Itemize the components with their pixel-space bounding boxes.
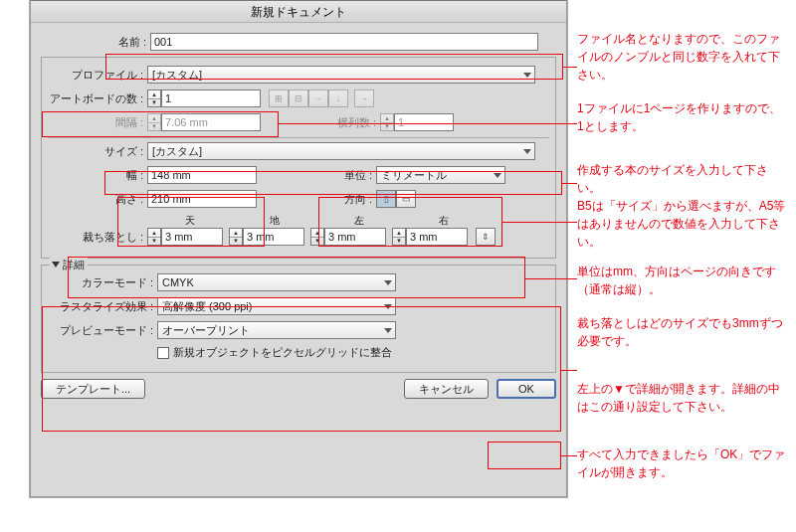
cancel-button[interactable]: キャンセル	[404, 379, 489, 399]
preview-label: プレビューモード :	[48, 323, 157, 338]
cols-stepper: ▲▼	[380, 113, 394, 131]
dialog-title: 新規ドキュメント	[31, 1, 566, 23]
cols-input: 1	[394, 113, 454, 131]
gap-label: 間隔 :	[48, 115, 147, 130]
bleed-bottom-stepper[interactable]: ▲▼	[229, 228, 243, 246]
layout-row-rtl-icon: →	[308, 89, 328, 107]
colormode-select[interactable]: CMYK	[157, 273, 396, 291]
bleed-top-input[interactable]: 3 mm	[161, 228, 223, 246]
units-label: 単位 :	[257, 168, 376, 183]
height-label: 高さ :	[48, 192, 147, 207]
layout-grid-z-icon: ⊞	[269, 89, 289, 107]
height-input[interactable]: 210 mm	[147, 190, 257, 208]
bleed-label: 裁ち落とし :	[48, 230, 147, 245]
bleed-left-stepper[interactable]: ▲▼	[310, 228, 324, 246]
annotation-6: 左上の▼で詳細が開きます。詳細の中はこの通り設定して下さい。	[577, 380, 786, 416]
new-document-dialog: 新規ドキュメント 名前 : 001 プロファイル : [カスタム] アートボード…	[30, 0, 567, 497]
raster-select[interactable]: 高解像度 (300 ppi)	[157, 297, 396, 315]
raster-label: ラスタライズ効果 :	[48, 299, 157, 314]
bleed-right-stepper[interactable]: ▲▼	[392, 228, 406, 246]
size-select[interactable]: [カスタム]	[147, 142, 535, 160]
colormode-label: カラーモード :	[48, 275, 157, 290]
bleed-right-input[interactable]: 3 mm	[406, 228, 468, 246]
gap-stepper: ▲▼	[147, 113, 161, 131]
pixelgrid-label: 新規オブジェクトをピクセルグリッドに整合	[173, 345, 392, 360]
bleed-top-header: 天	[147, 214, 232, 228]
artboards-stepper[interactable]: ▲▼	[147, 89, 161, 107]
annotation-3: 作成する本のサイズを入力して下さい。 B5は「サイズ」から選べますが、A5等はあ…	[577, 161, 786, 251]
ok-button[interactable]: OK	[497, 379, 556, 399]
orient-label: 方向 :	[257, 192, 376, 207]
bleed-top-stepper[interactable]: ▲▼	[147, 228, 161, 246]
width-label: 幅 :	[48, 168, 147, 183]
template-button[interactable]: テンプレート...	[41, 379, 145, 399]
bleed-left-input[interactable]: 3 mm	[324, 228, 386, 246]
bleed-left-header: 左	[316, 214, 401, 228]
gap-input: 7.06 mm	[161, 113, 261, 131]
annotation-1: ファイル名となりますので、このファイルのノンブルと同じ数字を入れて下さい。	[577, 30, 786, 84]
annotation-7: すべて入力できましたら「OK」でファイルが開きます。	[577, 445, 786, 481]
artboards-label: アートボードの数 :	[48, 91, 147, 106]
units-select[interactable]: ミリメートル	[376, 166, 505, 184]
cols-label: 横列数 :	[261, 115, 380, 130]
layout-grid-n-icon: ⊟	[289, 89, 308, 107]
name-label: 名前 :	[100, 35, 150, 50]
layout-col-icon: →	[354, 89, 374, 107]
profile-label: プロファイル :	[48, 68, 147, 83]
advanced-label: 詳細	[63, 259, 85, 270]
bleed-bottom-input[interactable]: 3 mm	[243, 228, 304, 246]
bleed-link-icon[interactable]: ⇕	[476, 228, 496, 246]
bleed-right-header: 右	[401, 214, 486, 228]
pixelgrid-checkbox[interactable]	[157, 347, 169, 359]
artboards-input[interactable]: 1	[161, 89, 261, 107]
orient-landscape-icon[interactable]: ▭	[396, 190, 416, 208]
profile-select[interactable]: [カスタム]	[147, 66, 535, 84]
orient-portrait-icon[interactable]: ▯	[376, 190, 396, 208]
preview-select[interactable]: オーバープリント	[157, 321, 396, 339]
bleed-bottom-header: 地	[232, 214, 316, 228]
annotation-5: 裁ち落としはどのサイズでも3mmずつ必要です。	[577, 314, 786, 350]
annotation-4: 単位はmm、方向はページの向きです（通常は縦）。	[577, 263, 786, 298]
disclosure-triangle-icon[interactable]	[52, 262, 60, 267]
width-input[interactable]: 148 mm	[147, 166, 257, 184]
annotation-2: 1ファイルに1ページを作りますので、1とします。	[577, 99, 786, 135]
layout-row-ltr-icon: ↓	[328, 89, 348, 107]
size-label: サイズ :	[48, 144, 147, 159]
name-input[interactable]: 001	[150, 33, 538, 51]
